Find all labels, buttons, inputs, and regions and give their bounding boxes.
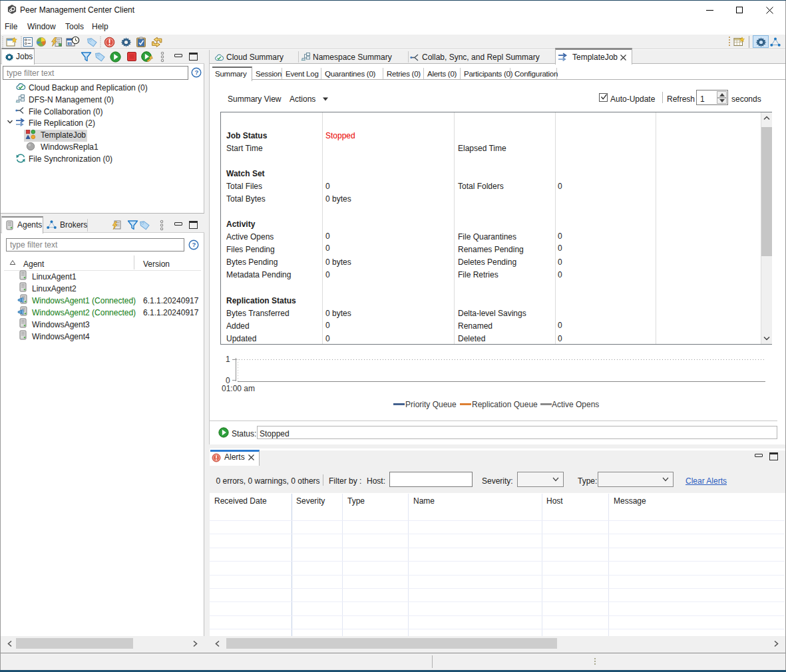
svg-text:?: ? — [192, 241, 196, 248]
svg-text:?: ? — [195, 69, 199, 76]
svg-text:12: 12 — [68, 42, 72, 45]
